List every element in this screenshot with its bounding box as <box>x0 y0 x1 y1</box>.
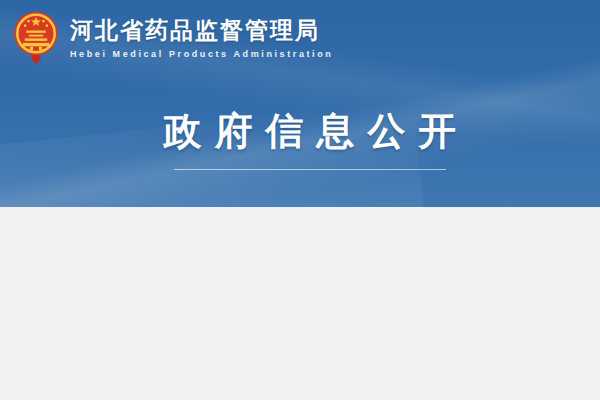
org-name-cn: 河北省药品监督管理局 <box>70 17 333 45</box>
page: 河北省药品监督管理局 Hebei Medical Products Admini… <box>0 0 600 400</box>
site-logo-link[interactable]: 河北省药品监督管理局 Hebei Medical Products Admini… <box>12 10 333 66</box>
banner-underline <box>174 169 446 170</box>
main-content: 当前位置： 首页 > 政府信息公开 > 法定主动公开内容 > 政策解读 索引号 … <box>0 207 600 400</box>
site-header: 河北省药品监督管理局 Hebei Medical Products Admini… <box>0 0 600 207</box>
org-name-block: 河北省药品监督管理局 Hebei Medical Products Admini… <box>70 17 333 59</box>
org-name-en: Hebei Medical Products Administration <box>70 49 333 59</box>
banner: 政府信息公开 <box>0 106 600 170</box>
national-emblem-icon <box>12 10 60 66</box>
banner-title: 政府信息公开 <box>0 106 600 157</box>
